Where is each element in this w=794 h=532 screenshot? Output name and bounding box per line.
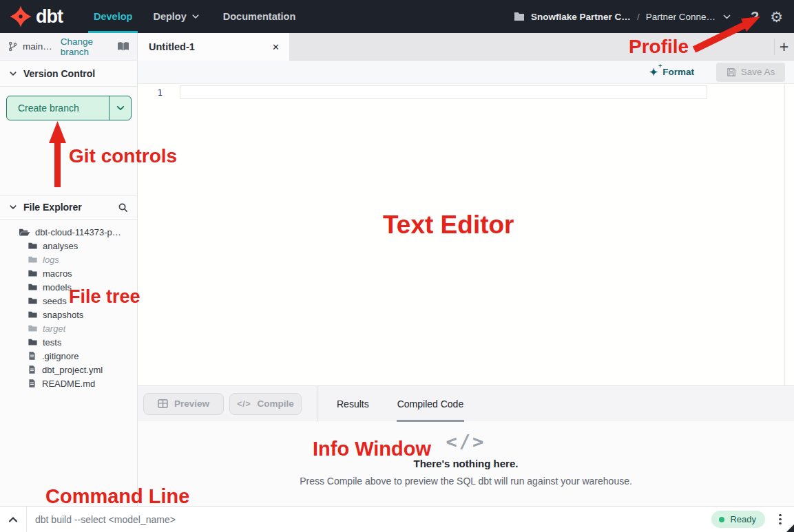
results-tab-label: Results xyxy=(337,398,369,409)
nav-item-deploy[interactable]: Deploy xyxy=(153,0,199,33)
search-icon[interactable] xyxy=(118,202,128,213)
chevron-down-icon xyxy=(9,203,17,211)
tree-item-gitignore[interactable]: .gitignore xyxy=(0,349,137,363)
dbt-cloud-ide: dbt Develop Deploy Documentation Snowfla… xyxy=(0,0,794,532)
editor-tab-bar: Untitled-1 ✕ + xyxy=(138,33,794,61)
sidebar: main… Change branch Version Control Crea… xyxy=(0,33,138,506)
table-grid-icon xyxy=(158,399,168,408)
resize-grip[interactable] xyxy=(786,524,794,532)
preview-button[interactable]: Preview xyxy=(143,393,224,415)
tree-item-label: snapshots xyxy=(43,310,83,320)
create-branch-button[interactable]: Create branch xyxy=(6,96,132,120)
current-branch-name: main… xyxy=(23,41,52,52)
format-label: Format xyxy=(662,67,694,77)
command-input[interactable] xyxy=(35,514,421,525)
editor-scrollbar-track[interactable] xyxy=(784,84,785,385)
text-editor[interactable]: 1 xyxy=(138,84,794,385)
tree-item-seeds[interactable]: seeds xyxy=(0,294,137,308)
tree-item-label: analyses xyxy=(43,241,78,251)
tree-item-label: models xyxy=(43,282,72,292)
tree-item-readme-md[interactable]: README.md xyxy=(0,376,137,390)
nav-deploy-label: Deploy xyxy=(153,11,186,22)
compile-button[interactable]: </> Compile xyxy=(229,393,302,415)
info-window-empty-state: </> There's nothing here. Press Compile … xyxy=(138,421,794,506)
close-icon[interactable]: ✕ xyxy=(272,42,280,52)
folder-icon xyxy=(28,282,38,292)
tree-item-label: macros xyxy=(43,268,72,279)
account-name[interactable]: Snowflake Partner C… xyxy=(531,12,631,22)
command-line-bar: Ready xyxy=(0,506,794,532)
compiled-code-tab-label: Compiled Code xyxy=(397,398,464,409)
folder-icon xyxy=(28,296,38,306)
folder-icon xyxy=(28,268,38,278)
status-label: Ready xyxy=(730,514,756,524)
tree-item-dbt-project-yml[interactable]: dbt_project.yml xyxy=(0,363,137,376)
project-name[interactable]: Partner Conne… xyxy=(646,12,715,22)
tab-results[interactable]: Results xyxy=(337,386,369,422)
git-branch-icon xyxy=(8,41,18,52)
dbt-logo-text: dbt xyxy=(36,6,63,28)
info-window-header: Preview </> Compile Results Compiled Cod… xyxy=(138,385,794,421)
nav-item-develop[interactable]: Develop xyxy=(88,0,138,33)
gear-icon[interactable]: ⚙ xyxy=(770,10,783,24)
dbt-logo[interactable]: dbt xyxy=(9,5,63,28)
version-control-title: Version Control xyxy=(23,68,95,79)
tab-untitled-1[interactable]: Untitled-1 ✕ xyxy=(138,33,289,61)
folder-open-icon xyxy=(19,227,30,237)
tree-item-macros[interactable]: macros xyxy=(0,266,137,280)
file-icon xyxy=(28,351,36,361)
version-control-header[interactable]: Version Control xyxy=(0,61,137,87)
new-tab-button[interactable]: + xyxy=(775,33,793,61)
empty-state-subtitle: Press Compile above to preview the SQL d… xyxy=(300,476,632,487)
git-controls-area: Create branch xyxy=(0,87,137,120)
tree-item-logs[interactable]: logs xyxy=(0,253,137,266)
editor-current-line[interactable] xyxy=(180,85,707,99)
chevron-down-icon xyxy=(9,70,17,78)
file-explorer-header[interactable]: File Explorer xyxy=(0,195,137,220)
status-badge: Ready xyxy=(711,511,765,528)
nav-develop-label: Develop xyxy=(94,11,132,22)
nav-item-documentation[interactable]: Documentation xyxy=(223,0,296,33)
format-button[interactable]: ✦ Format xyxy=(649,66,694,78)
change-branch-link[interactable]: Change branch xyxy=(61,36,117,57)
tree-item-label: README.md xyxy=(42,379,95,389)
save-as-button[interactable]: Save As xyxy=(716,63,785,82)
save-as-label: Save As xyxy=(741,67,775,77)
preview-label: Preview xyxy=(174,398,209,409)
docs-book-icon[interactable] xyxy=(117,41,129,52)
tree-item-tests[interactable]: tests xyxy=(0,335,137,349)
file-tree: dbt-cloud-114373-partn… analyses logs ma… xyxy=(0,225,137,390)
tree-item-label: dbt_project.yml xyxy=(42,365,103,375)
tab-label: Untitled-1 xyxy=(149,41,195,52)
tree-item-label: seeds xyxy=(43,296,67,306)
tree-item-label: .gitignore xyxy=(42,351,79,361)
command-bar-divider xyxy=(26,507,27,532)
status-dot xyxy=(719,517,724,522)
project-chevron-down-icon[interactable] xyxy=(722,12,731,21)
help-icon[interactable]: ? xyxy=(751,9,759,25)
code-icon: </> xyxy=(446,431,486,452)
folder-icon xyxy=(28,241,38,251)
tree-item-label: target xyxy=(43,323,65,334)
editor-toolbar: ✦ Format Save As xyxy=(138,61,794,84)
nav-documentation-label: Documentation xyxy=(223,11,296,22)
top-nav-bar: dbt Develop Deploy Documentation Snowfla… xyxy=(0,0,794,33)
tree-item-snapshots[interactable]: snapshots xyxy=(0,308,137,321)
tree-item-models[interactable]: models xyxy=(0,280,137,294)
tree-item-target[interactable]: target xyxy=(0,321,137,335)
folder-icon xyxy=(28,255,38,264)
folder-icon xyxy=(28,337,38,347)
chevron-up-icon[interactable] xyxy=(0,507,26,532)
create-branch-label[interactable]: Create branch xyxy=(7,96,109,120)
tree-item-analyses[interactable]: analyses xyxy=(0,239,137,253)
line-number: 1 xyxy=(138,85,179,100)
format-sparkle-icon: ✦ xyxy=(649,66,658,78)
branch-bar: main… Change branch xyxy=(0,33,137,61)
code-icon: </> xyxy=(237,399,251,409)
file-icon xyxy=(28,379,36,388)
tree-item-label: tests xyxy=(43,337,61,348)
create-branch-chevron-down-icon[interactable] xyxy=(109,96,131,120)
tree-item-label: dbt-cloud-114373-partn… xyxy=(35,227,125,237)
tab-compiled-code[interactable]: Compiled Code xyxy=(397,386,465,422)
tree-item-project-root[interactable]: dbt-cloud-114373-partn… xyxy=(0,225,137,239)
